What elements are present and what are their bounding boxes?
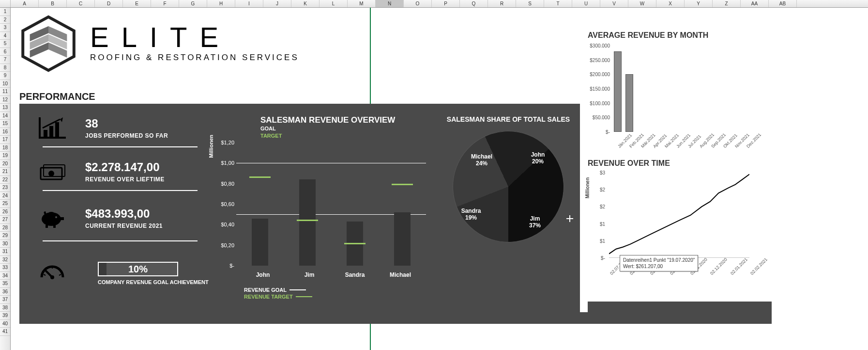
row-8[interactable]: 8 xyxy=(0,64,10,72)
avg-ytick: $200.000 xyxy=(588,72,610,77)
row-14[interactable]: 14 xyxy=(0,112,10,120)
target-jim xyxy=(297,220,318,221)
row-16[interactable]: 16 xyxy=(0,128,10,136)
col-V[interactable]: V xyxy=(600,0,628,7)
col-K[interactable]: K xyxy=(291,0,320,7)
bar-ytick: $0,80 xyxy=(216,181,234,187)
row-24[interactable]: 24 xyxy=(0,192,10,200)
row-18[interactable]: 18 xyxy=(0,144,10,152)
row-28[interactable]: 28 xyxy=(0,224,10,232)
col-M[interactable]: M xyxy=(348,0,376,7)
row-21[interactable]: 21 xyxy=(0,168,10,176)
col-I[interactable]: I xyxy=(235,0,263,7)
row-38[interactable]: 38 xyxy=(0,304,10,312)
avg-ytick: $150.000 xyxy=(588,86,610,92)
col-G[interactable]: G xyxy=(179,0,207,7)
column-header-row[interactable]: A B C D E F G H I J K L M N O P Q R S T … xyxy=(0,0,868,8)
col-O[interactable]: O xyxy=(404,0,432,7)
col-J[interactable]: J xyxy=(263,0,291,7)
row-26[interactable]: 26 xyxy=(0,208,10,216)
row-35[interactable]: 35 xyxy=(0,280,10,288)
worksheet-area[interactable]: ELITE ROOFING & RESTORATION SERVICES PER… xyxy=(11,8,868,350)
svg-rect-19 xyxy=(46,225,48,228)
col-F[interactable]: F xyxy=(151,0,179,7)
row-11[interactable]: 11 xyxy=(0,88,10,96)
col-D[interactable]: D xyxy=(95,0,123,7)
row-7[interactable]: 7 xyxy=(0,56,10,64)
row-19[interactable]: 19 xyxy=(0,152,10,160)
col-E[interactable]: E xyxy=(123,0,151,7)
pie-label-michael: Michael24% xyxy=(465,153,499,167)
bar-chart-title: SALESMAN REVENUE OVERVIEW xyxy=(260,115,426,125)
col-P[interactable]: P xyxy=(432,0,460,7)
svg-rect-17 xyxy=(60,217,64,220)
avg-revenue-bar-chart: $300.000$250.000$200.000$150.000$100.000… xyxy=(588,46,752,151)
legend-goal-label: REVENUE GOAL xyxy=(244,287,287,293)
row-39[interactable]: 39 xyxy=(0,312,10,320)
col-N[interactable]: N xyxy=(376,0,404,7)
col-R[interactable]: R xyxy=(488,0,516,7)
target-michael xyxy=(392,184,413,185)
tooltip-line2: Wert: $261.207,00 xyxy=(623,263,695,270)
col-B[interactable]: B xyxy=(39,0,67,7)
col-S[interactable]: S xyxy=(516,0,544,7)
row-29[interactable]: 29 xyxy=(0,232,10,240)
bar-x-michael: Michael xyxy=(383,271,417,278)
salesman-revenue-bar-chart: SALESMAN REVENUE OVERVIEW GOAL TARGET Mi… xyxy=(213,115,426,300)
row-31[interactable]: 31 xyxy=(0,248,10,256)
col-W[interactable]: W xyxy=(628,0,656,7)
svg-point-16 xyxy=(42,212,61,226)
row-37[interactable]: 37 xyxy=(0,296,10,304)
dashboard-panel: 38 JOBS PERFORMED SO FAR $2.278.147,00 R… xyxy=(19,104,580,312)
col-X[interactable]: X xyxy=(656,0,685,7)
row-2[interactable]: 2 xyxy=(0,16,10,24)
col-T[interactable]: T xyxy=(544,0,572,7)
row-20[interactable]: 20 xyxy=(0,160,10,168)
col-U[interactable]: U xyxy=(572,0,600,7)
goal-percent: 10% xyxy=(128,264,148,275)
row-40[interactable]: 40 xyxy=(0,320,10,328)
col-C[interactable]: C xyxy=(67,0,95,7)
row-34[interactable]: 34 xyxy=(0,272,10,280)
row-41[interactable]: 41 xyxy=(0,328,10,336)
avg-ytick: $250.000 xyxy=(588,57,610,63)
pie-title: SALESMAN SHARE OF TOTAL SALES xyxy=(445,115,571,123)
row-32[interactable]: 32 xyxy=(0,256,10,264)
svg-rect-20 xyxy=(53,225,56,228)
row-22[interactable]: 22 xyxy=(0,176,10,184)
bar-x-sandra: Sandra xyxy=(338,271,372,278)
bar-x-jim: Jim xyxy=(292,271,326,278)
col-AA[interactable]: AA xyxy=(741,0,769,7)
company-logo-block: ELITE ROOFING & RESTORATION SERVICES xyxy=(19,15,299,73)
row-header-col[interactable]: 1234567891011121314151617181920212223242… xyxy=(0,8,11,350)
row-36[interactable]: 36 xyxy=(0,288,10,296)
row-10[interactable]: 10 xyxy=(0,80,10,88)
row-1[interactable]: 1 xyxy=(0,8,10,16)
row-9[interactable]: 9 xyxy=(0,72,10,80)
row-15[interactable]: 15 xyxy=(0,120,10,128)
col-H[interactable]: H xyxy=(207,0,235,7)
col-Q[interactable]: Q xyxy=(460,0,488,7)
col-A[interactable]: A xyxy=(11,0,39,7)
row-17[interactable]: 17 xyxy=(0,136,10,144)
col-AB[interactable]: AB xyxy=(769,0,797,7)
row-4[interactable]: 4 xyxy=(0,32,10,40)
row-25[interactable]: 25 xyxy=(0,200,10,208)
col-L[interactable]: L xyxy=(320,0,348,7)
col-Y[interactable]: Y xyxy=(685,0,713,7)
avg-ytick: $50.000 xyxy=(588,115,610,120)
row-33[interactable]: 33 xyxy=(0,264,10,272)
logo-icon xyxy=(19,15,77,73)
svg-point-23 xyxy=(50,275,54,279)
bar-ytick: $0,40 xyxy=(216,222,234,227)
row-30[interactable]: 30 xyxy=(0,240,10,248)
row-3[interactable]: 3 xyxy=(0,24,10,32)
row-12[interactable]: 12 xyxy=(0,96,10,104)
bar-jim xyxy=(299,179,316,266)
row-23[interactable]: 23 xyxy=(0,184,10,192)
row-27[interactable]: 27 xyxy=(0,216,10,224)
col-Z[interactable]: Z xyxy=(713,0,741,7)
row-6[interactable]: 6 xyxy=(0,48,10,56)
row-5[interactable]: 5 xyxy=(0,40,10,48)
row-13[interactable]: 13 xyxy=(0,104,10,112)
